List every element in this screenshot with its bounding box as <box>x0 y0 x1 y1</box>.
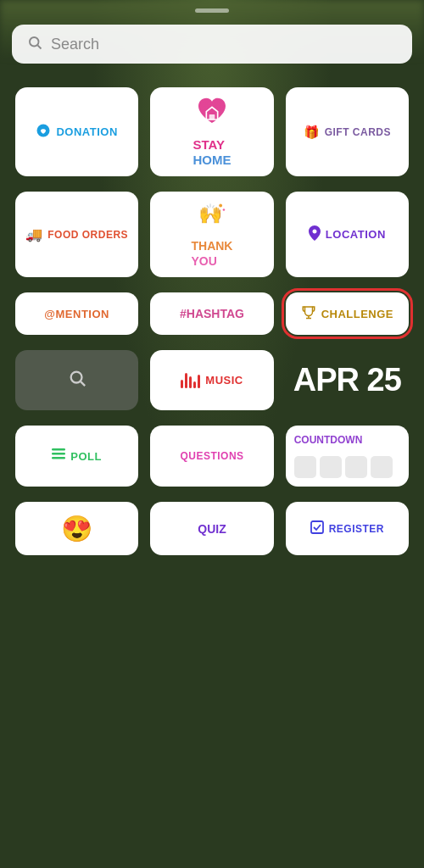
svg-rect-13 <box>52 453 65 455</box>
stay-home-icon <box>195 96 229 132</box>
sticker-music[interactable]: MUSIC <box>150 350 273 410</box>
food-icon: 🚚 <box>25 226 42 242</box>
mention-label: @MENTION <box>44 308 109 320</box>
sticker-challenge[interactable]: CHALLENGE <box>286 292 409 335</box>
sticker-register[interactable]: REGISTER <box>286 502 409 555</box>
questions-label: QUESTIONS <box>180 450 243 462</box>
challenge-icon <box>301 304 316 323</box>
stickers-row-2: 🚚 FOOD ORDERS 🙌 THANK YOU <box>12 192 412 277</box>
register-label: REGISTER <box>329 523 384 535</box>
sticker-stay-home[interactable]: STAY HOME <box>150 87 273 176</box>
sticker-gift-cards[interactable]: 🎁 GIFT CARDS <box>286 87 409 176</box>
sticker-quiz[interactable]: QUIZ <box>150 502 273 555</box>
drag-handle[interactable] <box>195 8 229 13</box>
music-label: MUSIC <box>205 374 243 387</box>
sticker-thank-you[interactable]: 🙌 THANK YOU <box>150 192 273 277</box>
sticker-countdown[interactable]: COUNTDOWN <box>286 426 409 487</box>
search-sticker-icon <box>68 369 86 392</box>
search-placeholder: Search <box>51 36 99 53</box>
stay-home-text: STAY HOME <box>192 137 231 168</box>
svg-point-7 <box>219 211 221 214</box>
thank-label: THANK <box>191 239 232 253</box>
thank-you-icon: 🙌 <box>196 200 228 233</box>
sticker-date[interactable]: APR 25 <box>286 350 409 410</box>
hashtag-label: #HASHTAG <box>180 307 244 320</box>
svg-point-6 <box>223 209 226 211</box>
svg-rect-15 <box>311 521 323 533</box>
svg-rect-14 <box>52 457 65 459</box>
stickers-row-4: MUSIC APR 25 <box>12 350 412 410</box>
countdown-label: COUNTDOWN <box>294 434 363 446</box>
emoji-icon: 😍 <box>61 514 92 543</box>
stickers-row-5: POLL QUESTIONS COUNTDOWN <box>12 426 412 487</box>
you-label: YOU <box>191 254 216 268</box>
sticker-search[interactable] <box>15 350 138 410</box>
poll-icon <box>52 448 65 464</box>
location-icon <box>309 225 321 244</box>
stickers-row-1: DONATION <box>12 87 412 176</box>
register-icon <box>310 520 324 537</box>
sticker-mention[interactable]: @MENTION <box>15 292 138 335</box>
thank-you-text: THANK YOU <box>191 238 232 269</box>
sticker-hashtag[interactable]: #HASHTAG <box>150 292 273 335</box>
svg-rect-12 <box>52 448 65 451</box>
svg-point-5 <box>219 204 222 208</box>
countdown-box-2 <box>320 456 342 478</box>
date-text: APR 25 <box>293 362 401 398</box>
donation-label: DONATION <box>56 125 117 138</box>
sticker-poll[interactable]: POLL <box>15 426 138 487</box>
stay-home-stay: STAY <box>192 137 225 152</box>
stickers-row-6: 😍 QUIZ REGISTER <box>12 502 412 555</box>
poll-label: POLL <box>70 450 102 463</box>
music-bars-icon <box>181 373 200 388</box>
sticker-food-orders[interactable]: 🚚 FOOD ORDERS <box>15 192 138 277</box>
countdown-box-4 <box>371 456 393 478</box>
svg-point-0 <box>30 37 39 47</box>
countdown-boxes <box>294 456 393 478</box>
sticker-donation[interactable]: DONATION <box>15 87 138 176</box>
sticker-questions[interactable]: QUESTIONS <box>150 426 273 487</box>
gift-icon: 🎁 <box>304 125 320 140</box>
challenge-label: CHALLENGE <box>321 308 393 320</box>
sticker-emoji[interactable]: 😍 <box>15 502 138 555</box>
stickers-row-3: @MENTION #HASHTAG CHALLENGE <box>12 292 412 335</box>
countdown-box-3 <box>345 456 367 478</box>
food-orders-label: FOOD ORDERS <box>47 229 128 241</box>
svg-line-11 <box>81 381 85 386</box>
quiz-label: QUIZ <box>198 522 226 536</box>
location-label: LOCATION <box>326 228 386 241</box>
stay-home-home: HOME <box>192 153 231 167</box>
donation-icon <box>36 123 51 142</box>
sticker-location[interactable]: LOCATION <box>286 192 409 277</box>
svg-point-10 <box>70 372 81 383</box>
search-icon <box>27 35 42 53</box>
search-bar[interactable]: Search <box>12 25 412 64</box>
countdown-box-1 <box>294 456 316 478</box>
svg-rect-3 <box>209 114 215 120</box>
svg-line-1 <box>37 45 41 48</box>
gift-cards-label: GIFT CARDS <box>325 126 391 138</box>
